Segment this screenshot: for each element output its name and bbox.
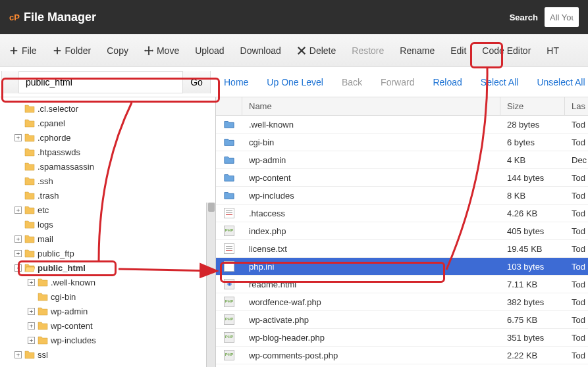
file-size: 6 bytes (500, 137, 565, 147)
tree-item--well-known[interactable]: +.well-known (0, 275, 215, 289)
file-row[interactable]: PHPwp-comments-post.php2.22 KBTod (216, 347, 588, 364)
file-row[interactable]: php.ini103 bytesTod (216, 258, 588, 276)
file-row[interactable]: PHPindex.php405 bytesTod (216, 222, 588, 240)
folder-icon (24, 205, 35, 214)
folder-icon (24, 249, 35, 258)
new-folder-button[interactable]: Folder (53, 45, 92, 56)
file-row[interactable]: .htaccess4.26 KBTod (216, 205, 588, 222)
tree-item--cpanel[interactable]: .cpanel (0, 116, 215, 130)
tree-item--cl-selector[interactable]: .cl.selector (0, 101, 215, 116)
tree-item--ssh[interactable]: .ssh (0, 174, 215, 188)
nav-unselect-all[interactable]: Unselect All (537, 77, 585, 87)
file-size: 2.22 KB (500, 351, 565, 360)
download-button[interactable]: Download (240, 45, 281, 56)
tree-item-etc[interactable]: +etc (0, 203, 215, 217)
go-button[interactable]: Go (182, 71, 210, 93)
expand-icon[interactable]: + (14, 134, 22, 141)
tree-item-wp-admin[interactable]: +wp-admin (0, 304, 215, 318)
folder-icon (38, 278, 48, 287)
folder-icon (24, 147, 35, 157)
tree-item-cgi-bin[interactable]: cgi-bin (0, 289, 215, 304)
folder-icon (38, 292, 48, 301)
file-row[interactable]: PHPwp-blog-header.php351 bytesTod (216, 329, 588, 347)
tree-item-label: wp-admin (51, 306, 88, 316)
plus-icon (9, 46, 18, 55)
col-last-header[interactable]: Las (565, 97, 588, 115)
restore-button: Restore (352, 45, 384, 56)
search-input[interactable] (545, 7, 579, 27)
php-file-icon: PHP (224, 297, 234, 307)
folder-icon (38, 306, 48, 316)
nav-home[interactable]: Home (224, 77, 248, 87)
expand-icon[interactable]: + (28, 308, 35, 315)
tree-item-logs[interactable]: logs (0, 217, 215, 232)
file-row[interactable]: .well-known28 bytesTod (216, 116, 588, 134)
file-name: wp-activate.php (242, 315, 500, 325)
tree-item-public-ftp[interactable]: +public_ftp (0, 246, 215, 260)
new-file-label: File (22, 45, 37, 56)
expand-icon[interactable]: + (28, 279, 35, 286)
col-name-header[interactable]: Name (242, 97, 500, 115)
home-path-button[interactable] (2, 71, 19, 93)
file-row[interactable]: PHPwp-activate.php6.75 KBTod (216, 311, 588, 329)
tree-item--spamassassin[interactable]: .spamassassin (0, 159, 215, 174)
expand-icon[interactable]: + (28, 322, 35, 330)
file-row[interactable]: PHPwordfence-waf.php382 bytesTod (216, 293, 588, 311)
expand-icon[interactable]: + (14, 351, 22, 358)
nav-select-all[interactable]: Select All (481, 77, 519, 87)
tree-scrollbar[interactable] (206, 203, 215, 367)
delete-button[interactable]: Delete (297, 45, 336, 56)
file-row[interactable]: wp-admin4 KBDec (216, 151, 588, 169)
expand-icon[interactable]: + (14, 250, 22, 257)
file-last-modified: Dec (565, 155, 588, 165)
tree-item-wp-content[interactable]: +wp-content (0, 318, 215, 333)
edit-button[interactable]: Edit (450, 45, 466, 56)
html-editor-button[interactable]: HT (547, 45, 559, 56)
expander-empty (14, 178, 22, 185)
plus-icon (53, 46, 62, 55)
rename-button[interactable]: Rename (400, 45, 435, 56)
folder-icon (224, 137, 234, 147)
file-name: index.php (242, 226, 500, 236)
new-file-button[interactable]: File (9, 45, 37, 56)
col-icon-header[interactable] (216, 97, 242, 115)
path-input[interactable] (19, 72, 182, 93)
file-row[interactable]: license.txt19.45 KBTod (216, 240, 588, 258)
text-file-icon (224, 208, 234, 218)
collapse-icon[interactable]: - (14, 264, 22, 272)
tree-item-public-html[interactable]: -public_html (0, 260, 215, 275)
tree-item-label: wp-includes (51, 335, 96, 345)
tree-item-ssl[interactable]: +ssl (0, 347, 215, 362)
nav-reload[interactable]: Reload (433, 77, 462, 87)
folder-icon (224, 155, 234, 165)
tree-item-wp-includes[interactable]: +wp-includes (0, 333, 215, 347)
code-editor-button[interactable]: Code Editor (482, 45, 531, 56)
file-size: 8 KB (500, 191, 565, 201)
file-row[interactable]: wp-includes8 KBTod (216, 187, 588, 205)
file-row[interactable]: cgi-bin6 bytesTod (216, 134, 588, 151)
expand-icon[interactable]: + (14, 207, 22, 214)
move-button[interactable]: Move (144, 45, 179, 56)
expand-icon[interactable]: + (28, 337, 35, 344)
tree-item--cphorde[interactable]: +.cphorde (0, 130, 215, 145)
file-last-modified: Tod (565, 280, 588, 289)
copy-button[interactable]: Copy (107, 45, 128, 56)
col-size-header[interactable]: Size (500, 97, 565, 115)
delete-label: Delete (309, 45, 336, 56)
file-row[interactable]: wp-content144 bytesTod (216, 169, 588, 187)
file-size: 103 bytes (500, 262, 565, 272)
folder-icon (24, 191, 35, 200)
file-row[interactable]: ◉readme.html7.11 KBTod (216, 276, 588, 293)
tree-item--trash[interactable]: .trash (0, 188, 215, 203)
php-file-icon: PHP (224, 350, 234, 360)
folder-icon (38, 335, 48, 345)
nav-links: Home Up One Level Back Forward Reload Se… (224, 77, 585, 87)
file-list-body: .well-known28 bytesTodcgi-bin6 bytesTodw… (216, 116, 588, 364)
tree-item--htpasswds[interactable]: .htpasswds (0, 145, 215, 159)
nav-up[interactable]: Up One Level (267, 77, 323, 87)
tree-item-mail[interactable]: +mail (0, 232, 215, 246)
file-size: 382 bytes (500, 297, 565, 307)
file-last-modified: Tod (565, 351, 588, 360)
expand-icon[interactable]: + (14, 235, 22, 243)
upload-button[interactable]: Upload (195, 45, 224, 56)
